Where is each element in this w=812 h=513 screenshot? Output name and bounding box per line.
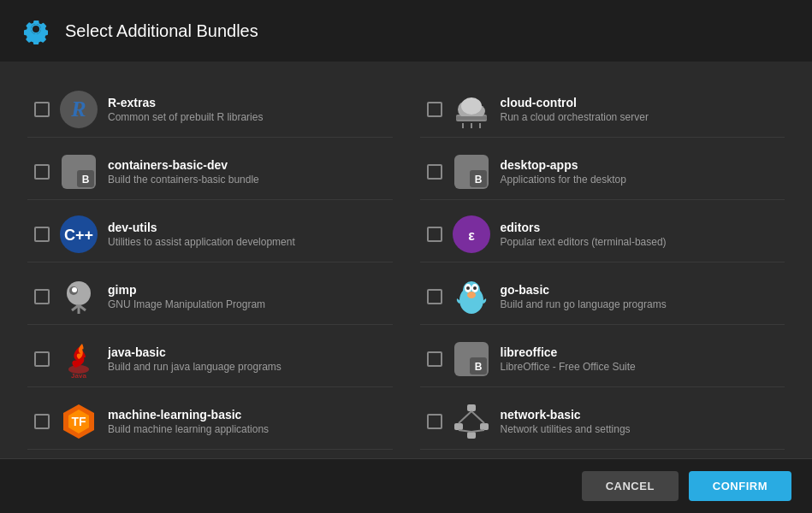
bundle-checkbox-gimp[interactable] <box>34 289 50 304</box>
bundle-item-network-basic: network-basicNetwork utilities and setti… <box>420 394 785 450</box>
bundle-item-libreoffice: B libreofficeLibreOffice - Free Office S… <box>420 332 785 387</box>
svg-rect-44 <box>467 432 476 439</box>
bundle-info-machine-learning-basic: machine-learning-basicBuild machine lear… <box>108 408 386 435</box>
bundle-checkbox-containers-basic-dev[interactable] <box>34 164 50 180</box>
svg-rect-6 <box>456 116 487 120</box>
bundle-info-desktop-apps: desktop-appsApplications for the desktop <box>501 158 779 186</box>
bundle-item-r-extras: R R-extrasCommon set of prebuilt R libra… <box>27 82 393 138</box>
bundle-name-r-extras: R-extras <box>108 96 386 109</box>
dialog: Select Additional Bundles R R-extrasComm… <box>0 0 812 513</box>
bundle-checkbox-java-basic[interactable] <box>34 351 50 367</box>
bundles-list: R R-extrasCommon set of prebuilt R libra… <box>0 62 812 458</box>
svg-point-31 <box>473 286 477 290</box>
svg-text:C++: C++ <box>64 227 93 244</box>
svg-line-45 <box>459 411 471 423</box>
bundle-info-go-basic: go-basicBuild and run go language progra… <box>501 283 779 310</box>
svg-text:B: B <box>474 174 482 186</box>
bundle-info-java-basic: java-basicBuild and run java language pr… <box>108 345 386 373</box>
svg-rect-43 <box>480 423 489 430</box>
bundle-desc-desktop-apps: Applications for the desktop <box>501 174 779 186</box>
gopher-icon <box>453 278 490 315</box>
svg-text:R: R <box>70 97 86 121</box>
svg-text:TF: TF <box>71 415 86 428</box>
confirm-button[interactable]: CONFIRM <box>689 471 791 501</box>
bundle-desc-machine-learning-basic: Build machine learning applications <box>108 423 386 435</box>
svg-point-22 <box>72 287 77 292</box>
bundle-name-dev-utils: dev-utils <box>108 221 386 234</box>
bundle-info-cloud-control: cloud-controlRun a cloud orchestration s… <box>501 96 779 123</box>
bundle-item-java-basic: Java java-basicBuild and run java langua… <box>27 332 393 387</box>
emacs-icon: ε <box>453 215 490 253</box>
bundle-checkbox-desktop-apps[interactable] <box>427 164 442 180</box>
box-icon: B <box>453 340 490 378</box>
dialog-header: Select Additional Bundles <box>0 0 812 62</box>
java-icon: Java <box>60 340 98 378</box>
tensorflow-icon: TF <box>60 403 98 440</box>
svg-line-46 <box>471 411 484 423</box>
bundle-desc-editors: Popular text editors (terminal-based) <box>501 236 779 248</box>
bundle-checkbox-r-extras[interactable] <box>34 102 50 117</box>
svg-rect-41 <box>467 404 476 411</box>
bundle-checkbox-libreoffice[interactable] <box>427 351 442 367</box>
svg-point-5 <box>461 97 482 115</box>
svg-text:ε: ε <box>468 228 475 243</box>
bundle-name-java-basic: java-basic <box>108 345 386 359</box>
bundle-name-go-basic: go-basic <box>501 283 779 297</box>
box-icon: B <box>453 153 490 191</box>
bundle-item-cloud-control: cloud-controlRun a cloud orchestration s… <box>420 82 785 138</box>
gimp-icon <box>60 278 98 315</box>
bundle-name-libreoffice: libreoffice <box>501 345 779 359</box>
svg-line-47 <box>459 430 471 432</box>
bundle-item-desktop-apps: B desktop-appsApplications for the deskt… <box>420 144 785 200</box>
bundle-desc-gimp: GNU Image Manipulation Program <box>108 298 386 310</box>
bundle-checkbox-cloud-control[interactable] <box>427 102 442 117</box>
bundle-desc-containers-basic-dev: Build the containers-basic bundle <box>108 174 386 186</box>
dialog-footer: CANCEL CONFIRM <box>0 458 812 513</box>
bundle-desc-dev-utils: Utilities to assist application developm… <box>108 236 386 248</box>
bundle-checkbox-dev-utils[interactable] <box>34 227 50 242</box>
bundle-info-r-extras: R-extrasCommon set of prebuilt R librari… <box>108 96 386 123</box>
bundle-desc-libreoffice: LibreOffice - Free Office Suite <box>501 361 779 373</box>
r-icon: R <box>60 91 98 128</box>
cancel-button[interactable]: CANCEL <box>582 471 679 501</box>
bundle-desc-java-basic: Build and run java language programs <box>108 361 386 373</box>
bundle-checkbox-network-basic[interactable] <box>427 414 442 429</box>
bundle-desc-go-basic: Build and run go language programs <box>501 298 779 310</box>
svg-text:Java: Java <box>71 372 86 378</box>
bundle-name-network-basic: network-basic <box>501 408 779 422</box>
dialog-title: Select Additional Bundles <box>65 21 258 41</box>
bundle-name-cloud-control: cloud-control <box>501 96 779 109</box>
bundle-item-machine-learning-basic: TF machine-learning-basicBuild machine l… <box>27 394 393 450</box>
bundle-item-go-basic: go-basicBuild and run go language progra… <box>420 269 785 325</box>
gear-icon <box>21 14 51 48</box>
bundle-name-machine-learning-basic: machine-learning-basic <box>108 408 386 422</box>
svg-line-48 <box>471 430 484 432</box>
bundle-info-dev-utils: dev-utilsUtilities to assist application… <box>108 221 386 248</box>
network-icon <box>453 403 490 440</box>
bundle-info-gimp: gimpGNU Image Manipulation Program <box>108 283 386 310</box>
bundle-name-gimp: gimp <box>108 283 386 297</box>
svg-point-30 <box>466 286 470 290</box>
bundle-info-libreoffice: libreofficeLibreOffice - Free Office Sui… <box>501 345 779 373</box>
bundle-info-containers-basic-dev: containers-basic-devBuild the containers… <box>108 158 386 186</box>
svg-rect-42 <box>454 423 463 430</box>
bundle-desc-cloud-control: Run a cloud orchestration server <box>501 111 779 123</box>
svg-text:B: B <box>474 361 482 373</box>
cloud-icon <box>453 91 490 128</box>
bundle-desc-r-extras: Common set of prebuilt R libraries <box>108 111 386 123</box>
bundle-info-editors: editorsPopular text editors (terminal-ba… <box>501 221 779 248</box>
bundle-name-editors: editors <box>501 221 779 234</box>
bundle-name-containers-basic-dev: containers-basic-dev <box>108 158 386 172</box>
bundle-item-editors: ε editorsPopular text editors (terminal-… <box>420 207 785 262</box>
cpp-icon: C++ <box>60 215 98 253</box>
bundle-item-gimp: gimpGNU Image Manipulation Program <box>27 269 393 325</box>
bundle-item-dev-utils: C++ dev-utilsUtilities to assist applica… <box>27 207 393 262</box>
bundles-grid: R R-extrasCommon set of prebuilt R libra… <box>27 82 785 458</box>
bundle-checkbox-machine-learning-basic[interactable] <box>34 414 50 429</box>
bundle-name-desktop-apps: desktop-apps <box>501 158 779 172</box>
bundle-checkbox-go-basic[interactable] <box>427 289 442 304</box>
svg-point-32 <box>467 292 476 298</box>
bundle-desc-network-basic: Network utilities and settings <box>501 423 779 435</box>
bundle-checkbox-editors[interactable] <box>427 227 442 242</box>
box-icon: B <box>60 153 98 191</box>
